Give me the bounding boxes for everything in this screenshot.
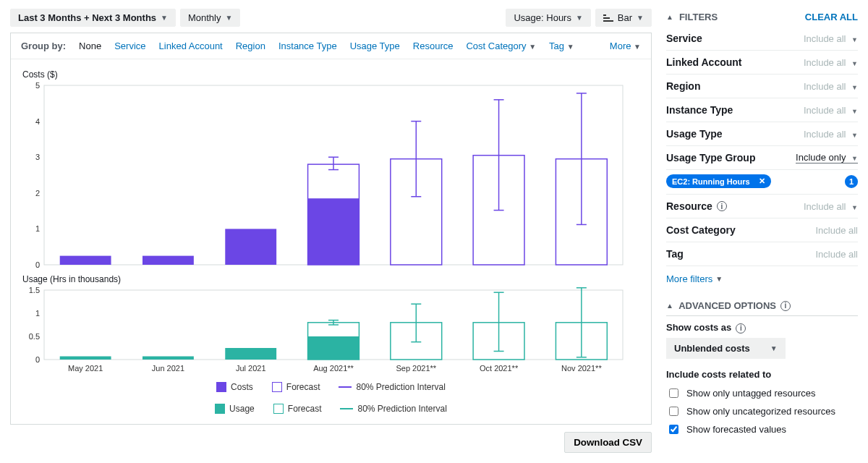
svg-rect-39 bbox=[60, 357, 111, 360]
chart-type-select[interactable]: Bar ▼ bbox=[595, 9, 652, 27]
svg-text:Aug 2021**: Aug 2021** bbox=[313, 364, 354, 373]
filter-name: Region bbox=[666, 80, 700, 92]
legend-usage-swatch bbox=[215, 404, 225, 414]
date-range-label: Last 3 Months + Next 3 Months bbox=[18, 12, 156, 23]
filter-row-service[interactable]: ServiceInclude all ▼ bbox=[666, 27, 858, 51]
svg-rect-40 bbox=[142, 357, 194, 360]
filter-value[interactable]: Include only ▼ bbox=[796, 152, 858, 163]
filter-row-tag[interactable]: TagInclude all bbox=[666, 242, 858, 266]
chevron-down-icon: ▼ bbox=[634, 43, 641, 51]
filter-name: Service bbox=[666, 33, 702, 44]
chevron-down-icon: ▼ bbox=[851, 204, 858, 211]
svg-text:0: 0 bbox=[35, 260, 40, 269]
filter-row-usage-type-group[interactable]: Usage Type GroupInclude only ▼ bbox=[666, 146, 858, 170]
plot-area: Costs ($) 012345 Usage (Hrs in thousands… bbox=[11, 59, 651, 424]
filters-title: FILTERS bbox=[679, 12, 718, 22]
filter-name: Instance Type bbox=[666, 104, 733, 116]
svg-text:May 2021: May 2021 bbox=[68, 364, 103, 373]
filter-chip[interactable]: EC2: Running Hours ✕ bbox=[666, 174, 771, 188]
clear-all-button[interactable]: CLEAR ALL bbox=[805, 12, 858, 22]
usage-chart: 00.511.5May 2021Jun 2021Jul 2021Aug 2021… bbox=[21, 286, 629, 374]
chevron-down-icon: ▼ bbox=[851, 108, 858, 115]
filter-chip-row: EC2: Running Hours ✕1 bbox=[666, 170, 858, 195]
info-icon[interactable]: i bbox=[780, 301, 791, 311]
chevron-down-icon: ▼ bbox=[851, 60, 858, 67]
filter-name: Tag bbox=[666, 248, 684, 260]
group-by-more[interactable]: More ▼ bbox=[610, 41, 641, 51]
more-filters-link[interactable]: More filters▼ bbox=[666, 266, 723, 297]
filter-name: Usage Type Group bbox=[666, 152, 755, 163]
top-toolbar: Last 3 Months + Next 3 Months ▼ Monthly … bbox=[10, 9, 652, 27]
group-by-cost-category[interactable]: Cost Category ▼ bbox=[466, 41, 536, 51]
opt-untagged[interactable]: Show only untagged resources bbox=[666, 384, 858, 402]
filter-value[interactable]: Include all ▼ bbox=[804, 57, 858, 68]
svg-text:Oct 2021**: Oct 2021** bbox=[480, 364, 519, 373]
filter-value[interactable]: Include all ▼ bbox=[804, 105, 858, 116]
svg-text:0.5: 0.5 bbox=[29, 332, 40, 341]
filter-count: 1 bbox=[845, 175, 858, 188]
checkbox[interactable] bbox=[669, 407, 678, 416]
chevron-down-icon: ▼ bbox=[770, 344, 778, 352]
checkbox[interactable] bbox=[669, 425, 678, 434]
svg-rect-7 bbox=[60, 256, 111, 265]
date-range-select[interactable]: Last 3 Months + Next 3 Months ▼ bbox=[10, 9, 176, 27]
main-panel: Last 3 Months + Next 3 Months ▼ Monthly … bbox=[10, 9, 652, 453]
metric-label: Usage: Hours bbox=[514, 12, 571, 23]
svg-text:Nov 2021**: Nov 2021** bbox=[561, 364, 602, 373]
group-by-service[interactable]: Service bbox=[114, 41, 145, 51]
chevron-down-icon: ▼ bbox=[567, 43, 574, 51]
show-costs-as-select[interactable]: Unblended costs ▼ bbox=[666, 338, 786, 359]
chart-card: Group by: None Service Linked Account Re… bbox=[10, 33, 652, 425]
filter-value[interactable]: Include all ▼ bbox=[804, 201, 858, 212]
metric-select[interactable]: Usage: Hours ▼ bbox=[506, 9, 590, 27]
filter-value[interactable]: Include all bbox=[815, 225, 858, 236]
group-by-bar: Group by: None Service Linked Account Re… bbox=[11, 33, 651, 59]
chevron-down-icon: ▼ bbox=[637, 14, 644, 22]
granularity-select[interactable]: Monthly ▼ bbox=[180, 9, 240, 27]
chevron-down-icon: ▼ bbox=[851, 132, 858, 139]
filter-row-instance-type[interactable]: Instance TypeInclude all ▼ bbox=[666, 98, 858, 122]
svg-text:3: 3 bbox=[35, 153, 40, 161]
info-icon[interactable]: i bbox=[736, 323, 746, 334]
costs-legend: Costs Forecast 80% Prediction Interval bbox=[21, 376, 641, 398]
filter-name: Linked Account bbox=[666, 56, 742, 68]
opt-uncategorized[interactable]: Show only uncategorized resources bbox=[666, 402, 858, 420]
filter-row-cost-category[interactable]: Cost CategoryInclude all bbox=[666, 218, 858, 242]
svg-text:1: 1 bbox=[35, 224, 40, 233]
chevron-down-icon: ▼ bbox=[851, 36, 858, 43]
filter-row-linked-account[interactable]: Linked AccountInclude all ▼ bbox=[666, 51, 858, 75]
download-csv-button[interactable]: Download CSV bbox=[564, 432, 652, 453]
advanced-options-header[interactable]: ▲ ADVANCED OPTIONS i bbox=[666, 297, 858, 316]
legend-forecast-label: Forecast bbox=[288, 404, 322, 414]
group-by-usage-type[interactable]: Usage Type bbox=[350, 41, 400, 51]
advanced-options-body: Show costs asi Unblended costs ▼ Include… bbox=[666, 316, 858, 438]
chevron-down-icon: ▼ bbox=[529, 43, 536, 51]
filter-value[interactable]: Include all ▼ bbox=[804, 81, 858, 92]
side-panel: ▲ FILTERS CLEAR ALL ServiceInclude all ▼… bbox=[666, 9, 858, 453]
advanced-options-title: ADVANCED OPTIONS bbox=[678, 300, 776, 311]
filter-row-region[interactable]: RegionInclude all ▼ bbox=[666, 75, 858, 98]
group-by-region[interactable]: Region bbox=[236, 41, 265, 51]
group-by-resource[interactable]: Resource bbox=[413, 41, 454, 51]
group-by-instance-type[interactable]: Instance Type bbox=[278, 41, 337, 51]
checkbox[interactable] bbox=[669, 388, 678, 398]
legend-forecast-label: Forecast bbox=[286, 382, 320, 392]
chevron-down-icon: ▼ bbox=[226, 14, 233, 22]
group-by-linked-account[interactable]: Linked Account bbox=[159, 41, 223, 51]
filter-value[interactable]: Include all ▼ bbox=[804, 129, 858, 140]
chevron-up-icon: ▲ bbox=[666, 302, 673, 310]
group-by-tag[interactable]: Tag ▼ bbox=[549, 41, 574, 51]
filter-value[interactable]: Include all bbox=[815, 249, 858, 260]
filter-row-resource[interactable]: ResourceiInclude all ▼ bbox=[666, 195, 858, 218]
filters-header[interactable]: ▲ FILTERS CLEAR ALL bbox=[666, 9, 858, 27]
filter-value[interactable]: Include all ▼ bbox=[804, 33, 858, 44]
close-icon[interactable]: ✕ bbox=[759, 177, 765, 186]
filter-name: Cost Category bbox=[666, 224, 736, 236]
usage-title: Usage (Hrs in thousands) bbox=[22, 274, 641, 284]
filter-row-usage-type[interactable]: Usage TypeInclude all ▼ bbox=[666, 122, 858, 146]
legend-forecast-swatch bbox=[273, 404, 284, 414]
filter-rows: ServiceInclude all ▼Linked AccountInclud… bbox=[666, 27, 858, 266]
svg-text:Jun 2021: Jun 2021 bbox=[152, 364, 184, 373]
info-icon[interactable]: i bbox=[717, 201, 727, 211]
opt-forecasted[interactable]: Show forecasted values bbox=[666, 420, 858, 438]
